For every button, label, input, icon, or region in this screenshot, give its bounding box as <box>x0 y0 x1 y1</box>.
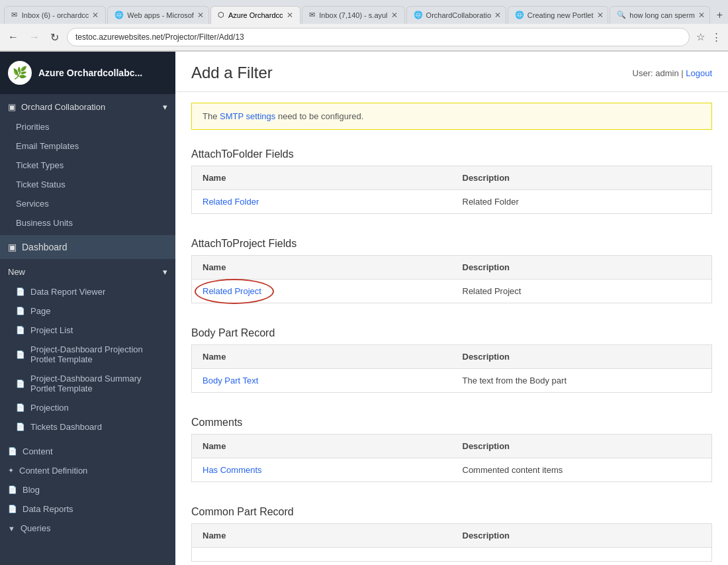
section-attach-to-project: AttachToProject Fields Name Description … <box>191 230 712 303</box>
sidebar-new-section: New ▾ 📄 Data Report Viewer 📄 Page 📄 Proj… <box>0 259 175 439</box>
sidebar-item-label-content: Content <box>23 446 53 456</box>
page-title: Add a Filter <box>191 64 273 82</box>
col-desc-attach-folder: Description <box>452 166 712 190</box>
table-row: Related Project Related Project <box>192 280 712 303</box>
tab-inbox[interactable]: ✉ Inbox (6) - orchardcc ✕ <box>4 6 106 24</box>
tab-portlet[interactable]: 🌐 Creating new Portlet ✕ <box>508 6 609 24</box>
sidebar-item-data-report-viewer[interactable]: 📄 Data Report Viewer <box>0 282 175 301</box>
tab-gmail[interactable]: ✉ Inbox (7,140) - s.ayul ✕ <box>302 6 405 24</box>
new-tab-button[interactable]: + <box>711 7 728 24</box>
sidebar-item-ticket-status[interactable]: Ticket Status <box>0 175 175 194</box>
sidebar-item-blog[interactable]: 📄 Blog <box>0 480 175 499</box>
sidebar-item-projection-protlet[interactable]: 📄 Project-Dashboard Projection Protlet T… <box>0 340 175 369</box>
related-project-link[interactable]: Related Project <box>203 286 261 296</box>
dashboard-grid-icon: ▣ <box>8 242 17 252</box>
sidebar-title: Azure Orchardcollabc... <box>38 68 142 78</box>
sidebar-group-icon: ▣ <box>8 102 16 112</box>
sidebar-item-priorities[interactable]: Priorities <box>0 117 175 136</box>
tab-favicon-inbox: ✉ <box>11 11 19 20</box>
menu-button[interactable]: ⋮ <box>710 30 723 44</box>
has-comments-desc-cell: Commented content items <box>452 458 712 482</box>
doc-icon-summary-portlet: 📄 <box>16 380 25 388</box>
bookmark-button[interactable]: ☆ <box>695 30 706 44</box>
tab-close-portlet[interactable]: ✕ <box>597 11 604 20</box>
sidebar-item-content[interactable]: 📄 Content <box>0 442 175 461</box>
tab-close-gmail[interactable]: ✕ <box>391 11 398 20</box>
related-project-name-cell: Related Project <box>192 280 452 303</box>
sidebar-item-tickets-dashboard[interactable]: 📄 Tickets Dashboard <box>0 417 175 437</box>
sidebar-new-header[interactable]: New ▾ <box>0 262 175 282</box>
reload-button[interactable]: ↻ <box>48 30 62 45</box>
doc-icon-projection-protlet: 📄 <box>16 350 25 359</box>
related-folder-desc-cell: Related Folder <box>452 190 712 214</box>
tab-label-azure: Azure Orchardcc <box>228 11 283 19</box>
chevron-icon-queries: ▼ <box>8 525 15 533</box>
common-part-desc-placeholder <box>452 548 712 562</box>
browser-toolbar: ← → ↻ ☆ ⋮ <box>0 24 728 51</box>
section-title-attach-to-project: AttachToProject Fields <box>191 230 712 255</box>
tab-close-webapps[interactable]: ✕ <box>197 11 204 20</box>
tab-label-gmail: Inbox (7,140) - s.ayul <box>319 11 387 19</box>
sidebar-item-ticket-types[interactable]: Ticket Types <box>0 156 175 175</box>
body-part-text-link[interactable]: Body Part Text <box>203 376 258 385</box>
user-text: User: admin | <box>633 68 684 78</box>
sidebar-group-orchard[interactable]: ▣ Orchard Collaboration ▾ <box>0 97 175 117</box>
smtp-settings-link[interactable]: SMTP settings <box>220 111 275 121</box>
related-folder-link[interactable]: Related Folder <box>203 197 259 207</box>
sidebar-item-label-services: Services <box>16 199 49 209</box>
tab-close-orchard[interactable]: ✕ <box>494 11 501 20</box>
col-desc-body-part: Description <box>452 345 712 369</box>
address-bar[interactable] <box>67 28 690 46</box>
sidebar-item-email-templates[interactable]: Email Templates <box>0 136 175 156</box>
sidebar-item-business-units[interactable]: Business Units <box>0 213 175 232</box>
doc-icon-projection: 📄 <box>16 403 25 412</box>
sidebar-header: 🌿 Azure Orchardcollabc... <box>0 52 175 94</box>
tab-close-azure[interactable]: ✕ <box>287 11 293 20</box>
common-part-name-placeholder <box>192 548 452 562</box>
tab-close-search[interactable]: ✕ <box>698 11 705 20</box>
sidebar-item-content-definition[interactable]: ✦ Content Definition <box>0 461 175 480</box>
forward-button[interactable]: → <box>26 30 42 44</box>
sidebar-item-label-business-units: Business Units <box>16 218 73 228</box>
sidebar-item-label-queries: Queries <box>21 523 51 533</box>
sidebar-dashboard-label: Dashboard <box>22 242 68 252</box>
col-name-body-part: Name <box>192 345 452 369</box>
sidebar-item-label-data-reports: Data Reports <box>23 504 73 514</box>
sidebar-item-data-reports[interactable]: 📄 Data Reports <box>0 499 175 519</box>
doc-icon-data-reports: 📄 <box>8 505 17 513</box>
tab-search[interactable]: 🔍 how long can sperm ✕ <box>610 6 709 24</box>
col-name-common-part: Name <box>192 524 452 548</box>
tab-webapps[interactable]: 🌐 Web apps - Microsof ✕ <box>107 6 208 24</box>
body-part-text-name-cell: Body Part Text <box>192 369 452 393</box>
tab-favicon-azure: ⬡ <box>218 11 225 20</box>
tab-favicon-portlet: 🌐 <box>515 11 524 20</box>
sidebar-item-page[interactable]: 📄 Page <box>0 301 175 321</box>
chevron-down-icon: ▾ <box>163 102 167 112</box>
attach-to-folder-table: Name Description Related Folder Related … <box>191 166 712 214</box>
sidebar-item-project-list[interactable]: 📄 Project List <box>0 321 175 340</box>
has-comments-link[interactable]: Has Comments <box>203 465 262 475</box>
sidebar-item-projection[interactable]: 📄 Projection <box>0 398 175 417</box>
section-comments: Comments Name Description Has Comments C… <box>191 409 712 482</box>
sidebar-orchard-section: ▣ Orchard Collaboration ▾ Priorities Ema… <box>0 94 175 235</box>
col-desc-attach-project: Description <box>452 256 712 280</box>
content-body: AttachToFolder Fields Name Description R… <box>175 140 728 565</box>
sidebar-dashboard[interactable]: ▣ Dashboard <box>0 235 175 259</box>
sidebar-item-label-projection-protlet: Project-Dashboard Projection Protlet Tem… <box>30 344 167 364</box>
logout-link[interactable]: Logout <box>686 68 712 78</box>
sidebar-item-label-email-templates: Email Templates <box>16 141 79 151</box>
tab-azure[interactable]: ⬡ Azure Orchardcc ✕ <box>210 6 300 24</box>
related-folder-name-cell: Related Folder <box>192 190 452 214</box>
sidebar-item-queries[interactable]: ▼ Queries <box>0 519 175 538</box>
sidebar-item-label-page: Page <box>30 306 50 316</box>
sidebar-item-summary-portlet[interactable]: 📄 Project-Dashboard Summary Portlet Temp… <box>0 369 175 398</box>
section-common-part-record: Common Part Record Name Description <box>191 498 712 562</box>
tab-orchard[interactable]: 🌐 OrchardCollaboratio ✕ <box>406 6 506 24</box>
doc-icon-tickets-dashboard: 📄 <box>16 423 25 431</box>
table-row: Has Comments Commented content items <box>192 458 712 482</box>
sidebar-item-services[interactable]: Services <box>0 194 175 213</box>
back-button[interactable]: ← <box>5 30 21 44</box>
col-desc-comments: Description <box>452 435 712 458</box>
tab-close-inbox[interactable]: ✕ <box>92 11 99 20</box>
col-name-attach-project: Name <box>192 256 452 280</box>
